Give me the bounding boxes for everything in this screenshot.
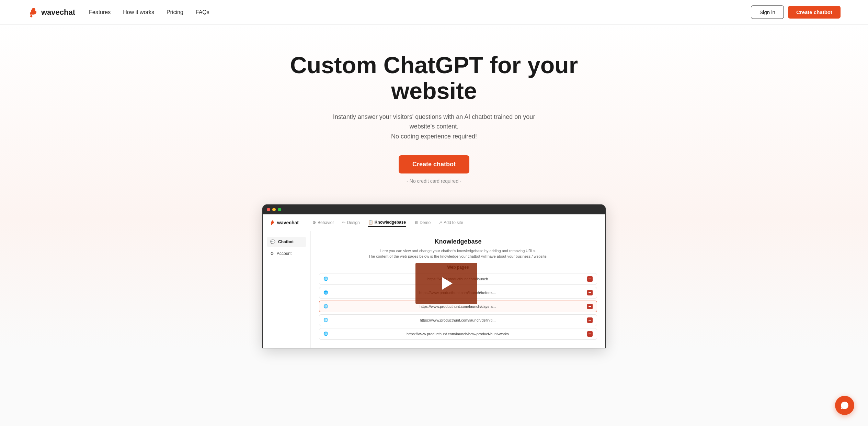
- nav-faqs[interactable]: FAQs: [196, 9, 209, 15]
- sidebar-account[interactable]: ⚙ Account: [267, 248, 306, 259]
- demo-icon: 🖥: [414, 220, 418, 225]
- browser-dot-green: [278, 208, 281, 211]
- browser-dot-red: [267, 208, 270, 211]
- nav-features[interactable]: Features: [89, 9, 111, 15]
- chatbot-sidebar-icon: 💬: [270, 239, 275, 244]
- behavior-icon: ⚙: [312, 220, 316, 225]
- section-title: Knowledgebase: [319, 238, 597, 245]
- browser-bar: [263, 205, 605, 214]
- hero-title: Custom ChatGPT for your website: [279, 52, 589, 104]
- globe-icon-3: 🌐: [323, 304, 328, 309]
- hero-subtitle: Instantly answer your visitors' question…: [331, 112, 537, 142]
- app-tab-knowledgebase[interactable]: 📋 Knowledgebase: [368, 218, 406, 227]
- account-sidebar-icon: ⚙: [270, 251, 274, 256]
- create-chatbot-hero-button[interactable]: Create chatbot: [399, 155, 469, 173]
- chatbot-sidebar-label: Chatbot: [278, 239, 294, 244]
- hero-note: - No credit card required -: [407, 178, 461, 184]
- browser-dot-yellow: [272, 208, 276, 211]
- logo-area: wavechat: [27, 7, 75, 18]
- nav-how-it-works[interactable]: How it works: [123, 9, 154, 15]
- delete-url-4[interactable]: [587, 317, 593, 323]
- app-logo-text: wavechat: [277, 220, 299, 225]
- create-chatbot-header-button[interactable]: Create chatbot: [788, 6, 841, 19]
- url-text-4: https://www.producthunt.com/launch/defin…: [331, 318, 584, 322]
- demo-label: Demo: [420, 220, 431, 225]
- app-tab-behavior[interactable]: ⚙ Behavior: [312, 218, 334, 227]
- design-icon: ✏: [342, 220, 345, 225]
- url-row-4: 🌐 https://www.producthunt.com/launch/def…: [319, 314, 597, 326]
- delete-url-1[interactable]: [587, 276, 593, 282]
- url-row-5: 🌐 https://www.producthunt.com/launch/how…: [319, 328, 597, 340]
- globe-icon-2: 🌐: [323, 290, 328, 295]
- signin-button[interactable]: Sign in: [751, 5, 784, 19]
- behavior-label: Behavior: [318, 220, 334, 225]
- app-logo-icon: [270, 220, 275, 225]
- delete-url-5[interactable]: [587, 331, 593, 337]
- hero-subtitle-line1: Instantly answer your visitors' question…: [333, 113, 535, 130]
- globe-icon-5: 🌐: [323, 332, 328, 336]
- globe-icon-1: 🌐: [323, 277, 328, 281]
- section-description: Here you can view and change your chatbo…: [319, 248, 597, 259]
- logo-icon: [27, 7, 38, 18]
- app-tab-design[interactable]: ✏ Design: [342, 218, 359, 227]
- chat-bubble-icon: [840, 401, 849, 410]
- hero-subtitle-line2: No coding experience required!: [391, 133, 477, 140]
- video-play-overlay[interactable]: [415, 263, 477, 304]
- main-nav: Features How it works Pricing FAQs: [89, 9, 209, 15]
- delete-url-2[interactable]: [587, 290, 593, 295]
- add-to-site-icon: ↗: [439, 220, 442, 225]
- app-sidebar: 💬 Chatbot ⚙ Account: [263, 231, 311, 348]
- app-tab-demo[interactable]: 🖥 Demo: [414, 218, 431, 227]
- app-tabs: ⚙ Behavior ✏ Design 📋 Knowledgebase: [312, 218, 463, 227]
- delete-url-3[interactable]: [587, 304, 593, 309]
- url-text-5: https://www.producthunt.com/launch/how-p…: [331, 332, 584, 336]
- floating-chat-button[interactable]: [835, 396, 854, 415]
- app-tab-add-to-site[interactable]: ↗ Add to site: [439, 218, 463, 227]
- add-to-site-label: Add to site: [444, 220, 463, 225]
- globe-icon-4: 🌐: [323, 318, 328, 322]
- header: wavechat Features How it works Pricing F…: [0, 0, 868, 25]
- app-logo: wavechat: [270, 220, 299, 225]
- app-inner-header: wavechat ⚙ Behavior ✏ Design: [263, 214, 605, 231]
- nav-pricing[interactable]: Pricing: [167, 9, 183, 15]
- knowledgebase-icon: 📋: [368, 220, 373, 225]
- url-text-3: https://www.producthunt.com/launch/days-…: [331, 304, 584, 309]
- brand-name: wavechat: [41, 8, 75, 17]
- play-icon: [442, 277, 453, 290]
- knowledgebase-label: Knowledgebase: [375, 220, 406, 225]
- design-label: Design: [347, 220, 359, 225]
- account-sidebar-label: Account: [277, 251, 292, 256]
- sidebar-chatbot[interactable]: 💬 Chatbot: [267, 237, 306, 247]
- header-left: wavechat Features How it works Pricing F…: [27, 7, 209, 18]
- app-preview: wavechat ⚙ Behavior ✏ Design: [262, 204, 606, 348]
- hero-section: Custom ChatGPT for your website Instantl…: [0, 25, 868, 348]
- header-right: Sign in Create chatbot: [751, 5, 841, 19]
